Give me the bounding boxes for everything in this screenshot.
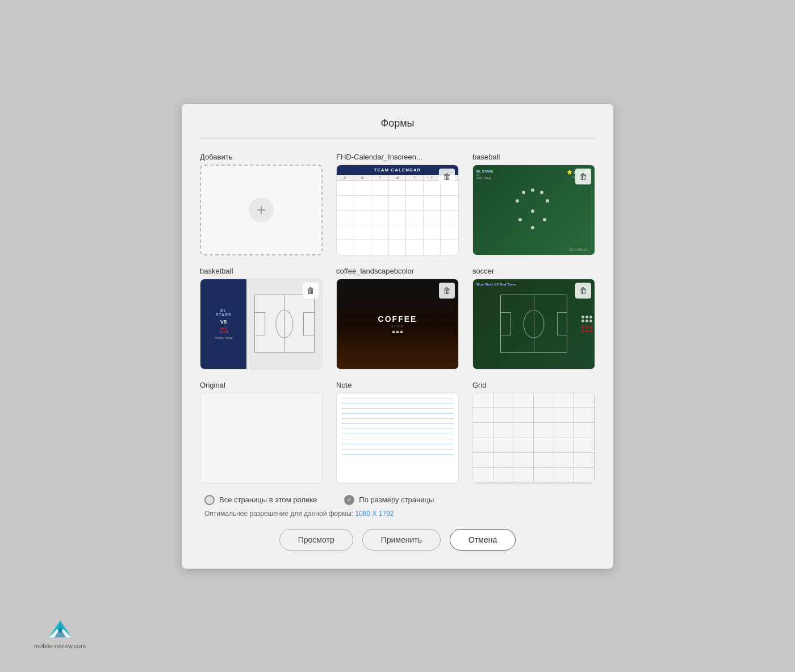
divider	[200, 138, 595, 139]
all-pages-option[interactable]: Все страницы в этом ролике	[204, 495, 317, 505]
template-item-coffee: coffee_landscapebcolor 🗑 COFFEE SHOP ☕ ☕…	[336, 267, 459, 369]
original-thumbnail	[200, 393, 322, 483]
bball-court	[254, 295, 315, 353]
fhd-calendar-card[interactable]: 🗑 TEAM CALENDAR S M T W T F S	[336, 165, 459, 255]
template-name-coffee: coffee_landscapebcolor	[336, 267, 459, 275]
template-name-original: Original	[200, 381, 323, 389]
original-card[interactable]	[200, 393, 323, 484]
grid-thumbnail	[473, 393, 595, 483]
delete-baseball-btn[interactable]: 🗑	[575, 169, 591, 184]
template-name-baseball: baseball	[472, 153, 595, 161]
all-pages-checkbox[interactable]	[204, 495, 215, 505]
bball-center-circle	[275, 309, 293, 338]
page-size-checkbox[interactable]	[344, 495, 354, 505]
template-name-note: Note	[336, 381, 459, 389]
template-name-soccer: soccer	[472, 267, 595, 275]
grid-card[interactable]	[472, 393, 595, 484]
template-name-grid: Grid	[472, 381, 595, 389]
template-item-fhd-calendar: FHD-Calendar_Inscreen... 🗑 TEAM CALENDAR…	[336, 153, 459, 255]
template-name-add: Добавить	[200, 153, 323, 161]
template-name-fhd-calendar: FHD-Calendar_Inscreen...	[336, 153, 459, 161]
template-item-baseball: baseball 🗑 ⭐STARS Starting line-up BL ST…	[472, 153, 595, 255]
cancel-button[interactable]: Отмена	[450, 529, 516, 551]
delete-coffee-btn[interactable]: 🗑	[439, 283, 455, 299]
add-template-card[interactable]: +	[200, 165, 323, 255]
delete-fhd-calendar-btn[interactable]: 🗑	[439, 169, 455, 184]
template-item-note: Note	[336, 381, 459, 484]
template-item-original: Original	[200, 381, 323, 484]
page-size-option[interactable]: По размеру страницы	[344, 495, 434, 505]
template-item-basketball: basketball 🗑 BLSTARS VS REDTEAM Starting…	[200, 267, 323, 369]
add-icon: +	[249, 198, 274, 222]
watermark-logo	[46, 618, 74, 640]
template-name-basketball: basketball	[200, 267, 323, 275]
template-item-add: Добавить +	[200, 153, 323, 255]
forms-dialog: Формы Добавить + FHD-Calendar_Inscreen..…	[182, 104, 613, 569]
delete-soccer-btn[interactable]: 🗑	[575, 283, 591, 299]
preview-button[interactable]: Просмотр	[279, 529, 353, 551]
dialog-buttons: Просмотр Применить Отмена	[200, 529, 595, 551]
basketball-card[interactable]: 🗑 BLSTARS VS REDTEAM Starting lineup	[200, 279, 323, 369]
template-item-grid: Grid	[472, 381, 595, 484]
apply-button[interactable]: Применить	[362, 529, 441, 551]
soccer-card[interactable]: 🗑 Blue Stars VS Red Team	[472, 279, 595, 369]
delete-basketball-btn[interactable]: 🗑	[303, 283, 319, 299]
coffee-title: COFFEE	[378, 314, 417, 324]
dialog-title: Формы	[200, 117, 595, 129]
note-thumbnail	[337, 393, 458, 483]
bball-left-panel: BLSTARS VS REDTEAM Starting lineup	[200, 279, 246, 369]
footer-options: Все страницы в этом ролике По размеру ст…	[200, 495, 595, 505]
templates-grid: Добавить + FHD-Calendar_Inscreen... 🗑 TE…	[200, 153, 595, 484]
resolution-info: Оптимальное разрешение для данной формы:…	[200, 510, 595, 518]
watermark: mobile-review.com	[34, 618, 86, 649]
page-size-label: По размеру страницы	[359, 495, 434, 504]
watermark-text: mobile-review.com	[34, 642, 86, 649]
coffee-card[interactable]: 🗑 COFFEE SHOP ☕ ☕ ☕	[336, 279, 459, 369]
resolution-prefix: Оптимальное разрешение для данной формы:	[204, 510, 353, 518]
template-item-soccer: soccer 🗑 Blue Stars VS Red Team	[472, 267, 595, 369]
all-pages-label: Все страницы в этом ролике	[219, 495, 317, 504]
baseball-card[interactable]: 🗑 ⭐STARS Starting line-up BL STARS vs RE…	[472, 165, 595, 255]
resolution-value: 1080 X 1792	[355, 510, 394, 518]
note-card[interactable]	[336, 393, 459, 484]
